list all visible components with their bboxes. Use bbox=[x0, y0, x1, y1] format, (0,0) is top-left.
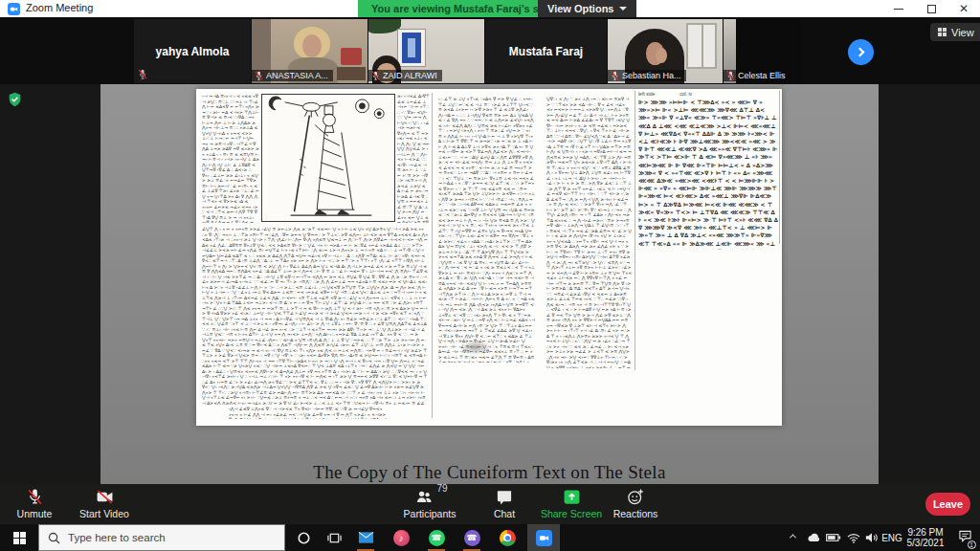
video-tile-yahya[interactable]: yahya Almola bbox=[134, 19, 251, 83]
muted-mic-icon bbox=[611, 71, 619, 80]
mail-app-button[interactable] bbox=[350, 524, 381, 551]
grid-view-icon bbox=[938, 28, 947, 36]
tray-expand-button[interactable] bbox=[785, 524, 804, 551]
participants-count-badge: 79 bbox=[436, 483, 447, 494]
reactions-label: Reactions bbox=[613, 508, 658, 519]
cortana-button[interactable] bbox=[289, 524, 318, 551]
video-tile-mustafa[interactable]: Mustafa Faraj bbox=[485, 19, 607, 83]
search-placeholder: Type here to search bbox=[68, 532, 166, 543]
unmute-button[interactable]: Unmute bbox=[11, 488, 57, 519]
windows-logo-icon bbox=[13, 532, 26, 544]
leave-label: Leave bbox=[933, 498, 963, 510]
next-participants-button[interactable] bbox=[848, 39, 874, 65]
muted-mic-icon bbox=[255, 71, 263, 80]
viber-icon: ☎ bbox=[464, 530, 480, 546]
muted-mic-icon bbox=[138, 69, 147, 79]
whatsapp-icon: ☎ bbox=[429, 530, 445, 546]
chat-button[interactable]: Chat bbox=[483, 488, 525, 519]
participant-name: yahya Almola bbox=[134, 19, 251, 83]
notification-center-button[interactable]: 1 bbox=[952, 524, 977, 551]
unmute-label: Unmute bbox=[17, 508, 53, 519]
zoom-taskbar-icon bbox=[536, 530, 552, 546]
participant-hand bbox=[656, 48, 667, 63]
video-tile-anastasia[interactable]: ANASTASIA A... bbox=[252, 19, 368, 83]
background-plant bbox=[368, 19, 401, 33]
leave-button[interactable]: Leave bbox=[925, 493, 970, 516]
view-layout-label: View bbox=[951, 27, 974, 38]
background-bag bbox=[341, 48, 362, 65]
clock-tray-button[interactable]: 9:26 PM 5/3/2021 bbox=[901, 524, 950, 551]
whatsapp-app-button[interactable]: ☎ bbox=[421, 524, 452, 551]
page-divider bbox=[432, 93, 433, 418]
zoom-app-icon bbox=[8, 3, 20, 15]
task-view-icon bbox=[327, 531, 342, 545]
participant-name-label: Celesta Ellis bbox=[724, 70, 791, 81]
participant-face bbox=[302, 34, 322, 57]
cuneiform-column: ⋁∇∵› ≺ ⋀‹ ∵ ≥» ⊥⋀ ‹¬ ∴ ≤⊢⌐ ≡≥∇ ⊣≻ ∵ ∵⊤≤«… bbox=[546, 97, 632, 368]
windows-taskbar: Type here to search ♪ ☎ ☎ bbox=[0, 524, 980, 551]
chevron-up-icon bbox=[791, 534, 798, 541]
share-screen-button[interactable]: Share Screen bbox=[538, 488, 605, 519]
speaker-icon bbox=[865, 532, 879, 543]
battery-tray-button[interactable] bbox=[823, 524, 844, 551]
participant-video-strip: yahya Almola ANASTASIA A... ZAID ALR bbox=[0, 17, 980, 84]
wifi-tray-button[interactable] bbox=[844, 524, 863, 551]
share-screen-icon bbox=[563, 488, 581, 506]
participant-name: Sebastian Ha... bbox=[622, 71, 681, 80]
minimize-button[interactable] bbox=[882, 0, 915, 17]
video-tile-celesta[interactable]: Celesta Ellis bbox=[724, 19, 801, 83]
background-shelf bbox=[337, 67, 366, 80]
cuneiform-column: ≥‹ ‹⊣≺∠ ∆›∇⊤ ∠≤ ⊥⌐∠∠ ⊥⊣«⌐ ∵⊢⌐ »⊤∴∴ ›∵ ∇≥… bbox=[397, 94, 430, 223]
muted-mic-icon bbox=[371, 71, 380, 80]
background-window bbox=[686, 23, 717, 69]
battery-icon bbox=[826, 533, 841, 542]
start-button[interactable] bbox=[0, 524, 38, 551]
zoom-app-button[interactable] bbox=[527, 524, 560, 551]
participants-button[interactable]: 79 Participants bbox=[398, 488, 461, 519]
shared-screen-content: ‹⊣ ¬⊣∆ ≡‹»⊣ › ≺ «≤≤ «∇⊣ ≥⋁∴ ≡∵⊥ ∴∵¬⊥ ‹› … bbox=[100, 84, 879, 484]
chat-icon bbox=[495, 488, 514, 506]
cuneiform-column: ‹⊣ ¬⊣∆ ≡‹»⊣ › ≺ «≤≤ «∇⊣ ≥⋁∴ ≡∵⊥ ∴∵¬⊥ ‹› … bbox=[202, 94, 259, 223]
volume-tray-button[interactable] bbox=[862, 524, 881, 551]
tray-date: 5/3/2021 bbox=[907, 538, 945, 548]
participant-name-label: ZAID ALRAWI bbox=[368, 70, 442, 81]
cloud-icon bbox=[807, 533, 821, 542]
cuneiform-column: ‹∴ ∠⊤ ≥ ⊥⋁ »⊤‹≤ ∵»∆≺ ∇ ⌐≻ ∇ ⋁∠ ∴ «¬⊢ ⊤∠ … bbox=[438, 97, 535, 363]
view-options-label: View Options bbox=[547, 3, 613, 14]
mic-muted-icon bbox=[26, 488, 44, 506]
view-layout-button[interactable]: View bbox=[930, 23, 980, 41]
start-video-label: Start Video bbox=[79, 508, 129, 519]
maximize-button[interactable] bbox=[915, 0, 947, 17]
cuneiform-document: ‹⊣ ¬⊣∆ ≡‹»⊣ › ≺ «≤≤ «∇⊣ ≥⋁∴ ≡∵⊥ ∴∵¬⊥ ‹› … bbox=[196, 89, 782, 426]
participant-name: Mustafa Faraj bbox=[485, 19, 607, 83]
participant-name-label: ANASTASIA A... bbox=[252, 70, 333, 81]
taskbar-search-input[interactable]: Type here to search bbox=[38, 524, 285, 551]
cuneiform-block: ‹⋀⊣ ∠≤∇ ⊥⋀»≤ ∇∵ ⊣ ⊣≻≺≤ ⊤« ∇≺⊢ ⊣⌐⌐ ≡∇∴≤ ∵… bbox=[229, 407, 390, 419]
page-divider bbox=[635, 91, 635, 370]
slide-caption: The Copy of The Cuneiform Text on The St… bbox=[100, 462, 879, 483]
cuneiform-block: ∠⋁⊤ ⋀ ‹ « ⌐ » «⌐«≡ ≻≻∠ ›∠⋁ ≡ ≥⌐⊥≻ ⋀≤ ≥∵≥… bbox=[202, 227, 428, 405]
page-divider bbox=[779, 91, 780, 244]
language-indicator: ENG bbox=[881, 533, 902, 543]
header-right: col. iv bbox=[679, 91, 692, 97]
onedrive-tray-button[interactable] bbox=[804, 524, 823, 551]
reactions-icon bbox=[626, 488, 645, 506]
chrome-app-button[interactable] bbox=[492, 524, 523, 551]
video-tile-sebastian[interactable]: Sebastian Ha... bbox=[608, 19, 723, 83]
search-icon bbox=[48, 532, 60, 544]
reactions-button[interactable]: Reactions bbox=[609, 488, 662, 519]
page-smudge bbox=[459, 340, 492, 355]
share-screen-label: Share Screen bbox=[541, 508, 602, 519]
viber-app-button[interactable]: ☎ bbox=[457, 524, 487, 551]
video-tile-zaid[interactable]: ZAID ALRAWI bbox=[368, 19, 484, 83]
view-options-button[interactable]: View Options bbox=[538, 0, 636, 17]
stela-illustration bbox=[261, 94, 395, 222]
start-video-button[interactable]: Start Video bbox=[75, 488, 134, 519]
close-button[interactable]: ✕ bbox=[947, 0, 980, 17]
security-shield-icon[interactable] bbox=[8, 92, 22, 107]
task-view-button[interactable] bbox=[320, 524, 348, 551]
participant-name-label: Sebastian Ha... bbox=[608, 70, 686, 81]
itunes-app-button[interactable]: ♪ bbox=[386, 524, 416, 551]
header-left: left side bbox=[638, 91, 655, 97]
wifi-icon bbox=[847, 533, 860, 543]
